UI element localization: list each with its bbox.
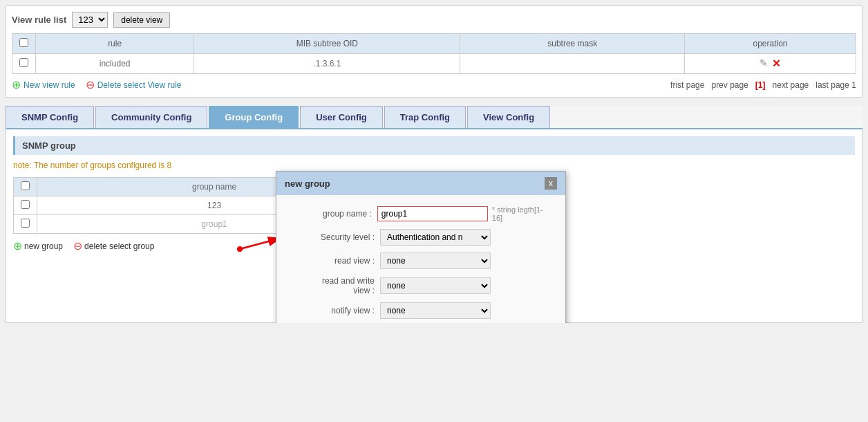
view-rule-list-label: View rule list <box>12 15 66 25</box>
edit-icon[interactable]: ✎ <box>760 57 768 70</box>
delete-group-link[interactable]: ⊖ delete select group <box>73 239 154 253</box>
subtree-mask-header: subtree mask <box>460 34 685 54</box>
tab-trap-config[interactable]: Trap Config <box>384 106 466 128</box>
modal-close-button[interactable]: x <box>545 177 557 190</box>
security-level-row: Security level : Authentication and n no… <box>290 229 551 246</box>
tab-group-config[interactable]: Group Config <box>209 106 299 128</box>
group-row-checkbox[interactable] <box>21 200 30 209</box>
new-group-link[interactable]: ⊕ new group <box>13 239 63 253</box>
read-write-view-label: read and write view : <box>290 276 380 295</box>
section-title: SNMP group <box>13 136 855 155</box>
notify-view-label: notify view : <box>290 306 380 315</box>
row-checkbox[interactable] <box>19 58 28 67</box>
group-row-checkbox[interactable] <box>21 219 30 228</box>
table-row: included .1.3.6.1 ✎ ✕ <box>12 54 856 74</box>
mib-oid-cell: .1.3.6.1 <box>194 54 460 74</box>
security-level-label: Security level : <box>290 232 380 242</box>
tab-user-config[interactable]: User Config <box>300 106 383 128</box>
delete-group-icon: ⊖ <box>73 239 82 253</box>
first-page[interactable]: frist page <box>670 80 704 90</box>
mib-oid-header: MIB subtree OID <box>194 34 460 54</box>
last-page[interactable]: last page <box>815 80 849 90</box>
new-view-rule-link[interactable]: ⊕ New view rule <box>12 78 75 91</box>
read-view-label: read view : <box>290 256 380 266</box>
rule-header: rule <box>36 34 194 54</box>
pagination: frist page prev page [1] next page last … <box>670 80 856 90</box>
last-page-num: 1 <box>851 80 856 90</box>
tab-snmp-config[interactable]: SNMP Config <box>6 106 94 128</box>
notify-view-select[interactable]: none <box>380 302 491 319</box>
modal-header: new group x <box>276 172 565 195</box>
operation-header: operation <box>685 34 856 54</box>
tab-community-config[interactable]: Community Config <box>95 106 207 128</box>
read-write-view-row: read and write view : none <box>290 276 551 295</box>
delete-select-view-rule-link[interactable]: ⊖ Delete select View rule <box>86 78 182 91</box>
group-name-input[interactable] <box>377 206 488 221</box>
tabs-bar: SNMP Config Community Config Group Confi… <box>6 106 862 129</box>
view-rule-table: rule MIB subtree OID subtree mask operat… <box>12 33 856 74</box>
read-write-view-select[interactable]: none <box>380 277 491 294</box>
note-text: note: The number of groups configured is… <box>13 160 855 170</box>
view-rule-list-select[interactable]: 123 <box>72 12 108 28</box>
add-icon: ⊕ <box>12 78 21 91</box>
group-name-label: group name : <box>290 209 377 219</box>
group-select-all[interactable] <box>21 181 30 190</box>
delete-view-button[interactable]: delete view <box>113 12 170 28</box>
group-name-hint: * string legth[1-16] <box>492 205 551 222</box>
subtree-mask-cell <box>460 54 685 74</box>
group-name-row: group name : * string legth[1-16] <box>290 205 551 222</box>
modal-title: new group <box>285 178 330 189</box>
notify-view-row: notify view : none <box>290 302 551 319</box>
delete-icon[interactable]: ✕ <box>772 57 781 70</box>
operation-cell: ✎ ✕ <box>685 54 856 74</box>
remove-icon: ⊖ <box>86 78 95 91</box>
current-page: [1] <box>755 80 766 90</box>
rule-cell: included <box>36 54 194 74</box>
tab-view-config[interactable]: View Config <box>467 106 550 128</box>
new-group-modal: new group x group name : * string legth[… <box>276 171 566 323</box>
prev-page[interactable]: prev page <box>711 80 748 90</box>
next-page[interactable]: next page <box>773 80 809 90</box>
main-content: SNMP group note: The number of groups co… <box>6 129 862 323</box>
read-view-row: read view : none <box>290 253 551 269</box>
modal-body: group name : * string legth[1-16] Securi… <box>276 195 565 323</box>
new-group-add-icon: ⊕ <box>13 239 22 253</box>
select-all-checkbox[interactable] <box>19 38 28 47</box>
security-level-select[interactable]: Authentication and n noAuthNoPriv authNo… <box>380 229 491 246</box>
read-view-select[interactable]: none <box>380 253 491 269</box>
